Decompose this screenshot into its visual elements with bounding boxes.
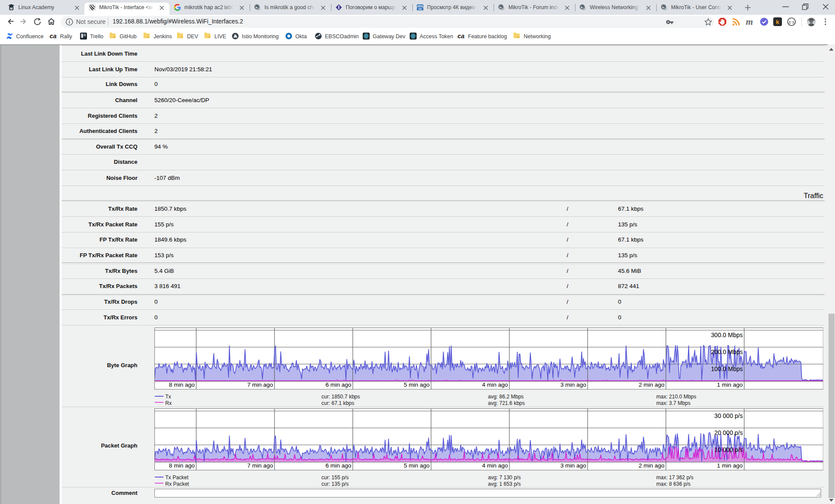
svg-text:ca: ca bbox=[50, 33, 57, 40]
svg-text:6 min ago: 6 min ago bbox=[325, 381, 351, 388]
svg-text:10 000 p/s: 10 000 p/s bbox=[714, 446, 742, 453]
svg-text:20 000 p/s: 20 000 p/s bbox=[714, 429, 742, 436]
svg-text:100.0 Mbps: 100.0 Mbps bbox=[711, 365, 742, 372]
svg-text:4 min ago: 4 min ago bbox=[482, 381, 508, 388]
svg-text:30 000 p/s: 30 000 p/s bbox=[714, 412, 742, 419]
svg-text:8 min ago: 8 min ago bbox=[169, 462, 194, 469]
svg-text:2 min ago: 2 min ago bbox=[638, 462, 664, 469]
svg-text:5 min ago: 5 min ago bbox=[404, 381, 429, 388]
svg-text:3 min ago: 3 min ago bbox=[560, 381, 586, 388]
svg-text:4 min ago: 4 min ago bbox=[482, 462, 508, 469]
svg-text:7 min ago: 7 min ago bbox=[247, 462, 273, 469]
svg-text:ca: ca bbox=[458, 33, 464, 40]
svg-text:{··}: {··} bbox=[789, 20, 794, 24]
svg-text:2 min ago: 2 min ago bbox=[638, 381, 664, 388]
svg-text:8 min ago: 8 min ago bbox=[169, 381, 194, 388]
svg-text:1 min ago: 1 min ago bbox=[717, 462, 742, 469]
svg-text:1 min ago: 1 min ago bbox=[717, 381, 742, 388]
svg-text:300.0 Mbps: 300.0 Mbps bbox=[711, 332, 742, 338]
svg-text:3 min ago: 3 min ago bbox=[560, 462, 586, 469]
svg-text:6 min ago: 6 min ago bbox=[325, 462, 351, 469]
svg-text:5 min ago: 5 min ago bbox=[404, 462, 429, 469]
svg-text:OS: OS bbox=[418, 8, 422, 10]
svg-text:WEB: WEB bbox=[418, 4, 423, 7]
svg-text:7 min ago: 7 min ago bbox=[247, 381, 273, 388]
svg-text:k: k bbox=[776, 19, 779, 25]
svg-text:200.0 Mbps: 200.0 Mbps bbox=[711, 348, 742, 355]
